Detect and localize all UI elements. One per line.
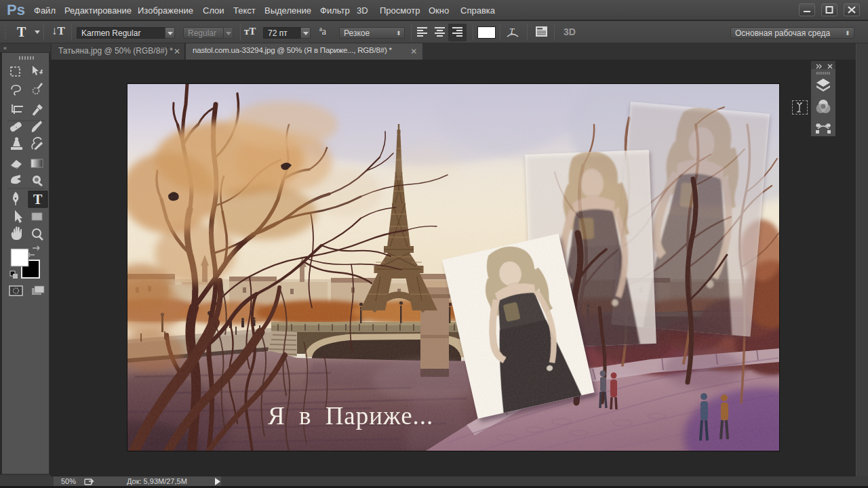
svg-text:T: T [33, 192, 43, 207]
